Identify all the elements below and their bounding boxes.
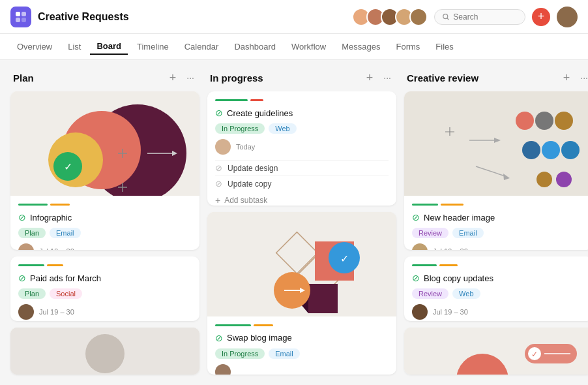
subtask-update-copy-label: Update copy (228, 179, 271, 189)
tab-overview[interactable]: Overview (10, 39, 59, 54)
svg-text:✓: ✓ (531, 350, 538, 359)
card-header-image: ⊘ New header image Review Email Jul 19 –… (404, 91, 588, 250)
progress-bar-orange (441, 204, 463, 206)
tag-social[interactable]: Social (50, 288, 82, 299)
subtask-update-copy: ⊘ Update copy (215, 176, 389, 191)
svg-point-35 (522, 141, 540, 159)
card-header-image-tags: Review Email (412, 228, 585, 238)
team-avatars[interactable] (352, 8, 428, 26)
card-header-image-footer: Jul 19 – 30 (412, 243, 585, 250)
column-review-header: Creative review + ··· (404, 70, 588, 85)
card-swap-blog-image: ✓ (207, 212, 396, 316)
tag-email[interactable]: Email (452, 228, 484, 238)
card-guidelines: ⊘ Create guidelines In Progress Web Toda… (207, 91, 396, 206)
tab-list[interactable]: List (61, 39, 87, 54)
svg-point-37 (561, 141, 580, 159)
column-plan-add[interactable]: + (167, 70, 179, 85)
svg-line-5 (447, 18, 449, 20)
avatar-5[interactable] (409, 8, 428, 26)
subtask-check-icon-2: ⊘ (215, 179, 222, 189)
card-swap-blog-footer (215, 364, 389, 375)
card-blog-copy-date: Jul 19 – 30 (433, 308, 468, 316)
card-blog-copy-footer: Jul 19 – 30 (412, 304, 585, 320)
progress-bar-green (215, 324, 251, 326)
app-header: Creative Requests + (0, 0, 588, 34)
column-inprogress-menu[interactable]: ··· (381, 72, 394, 84)
tag-email[interactable]: Email (269, 348, 300, 359)
check-icon: ⊘ (215, 108, 223, 118)
svg-point-4 (443, 14, 448, 18)
card-infographic-title: ⊘ Infographic (18, 212, 192, 223)
progress-bar-orange (50, 204, 70, 206)
card-guidelines-tags: In Progress Web (215, 123, 389, 134)
column-review-menu[interactable]: ··· (578, 72, 588, 84)
card-guidelines-date: Today (236, 143, 255, 151)
footer-avatar (215, 364, 231, 375)
shapes-svg: ✓ (207, 212, 396, 316)
card-blog-copy: ⊘ Blog copy updates Review Web Jul 19 – … (404, 256, 588, 321)
tag-inprogress[interactable]: In Progress (215, 348, 265, 359)
check-icon: ⊘ (18, 212, 26, 223)
tab-board[interactable]: Board (90, 38, 128, 55)
svg-point-36 (542, 141, 560, 159)
svg-marker-24 (308, 284, 338, 313)
add-subtask-icon: + (215, 195, 220, 206)
column-plan-menu[interactable]: ··· (184, 72, 197, 84)
add-button[interactable]: + (532, 8, 550, 26)
tab-forms[interactable]: Forms (389, 39, 426, 54)
tab-calendar[interactable]: Calendar (178, 39, 226, 54)
tab-messages[interactable]: Messages (335, 39, 387, 54)
card-paid-ads-body: ⊘ Paid ads for March Plan Social Jul 19 … (10, 256, 199, 321)
svg-rect-1 (22, 12, 26, 16)
tag-email[interactable]: Email (50, 228, 81, 238)
footer-avatar (18, 304, 34, 320)
column-inprogress: In progress + ··· ⊘ Create guidelines In… (207, 70, 396, 375)
dots-svg (404, 91, 588, 196)
search-icon (443, 13, 449, 21)
card-header-image-body: ⊘ New header image Review Email Jul 19 –… (404, 196, 588, 250)
footer-avatar (18, 243, 34, 250)
card-swap-blog-progress (215, 324, 389, 326)
search-box[interactable] (434, 9, 525, 25)
tab-workflow[interactable]: Workflow (285, 39, 332, 54)
svg-point-19 (85, 334, 125, 373)
user-avatar[interactable] (557, 7, 578, 27)
tag-web[interactable]: Web (269, 123, 296, 134)
app-icon (10, 7, 31, 27)
tag-inprogress[interactable]: In Progress (215, 123, 265, 134)
footer-avatar (215, 139, 231, 155)
card-header-image-progress (412, 204, 585, 206)
column-review-actions: + ··· (561, 70, 588, 85)
tag-plan[interactable]: Plan (18, 228, 46, 238)
svg-text:✓: ✓ (64, 161, 72, 172)
column-inprogress-add[interactable]: + (364, 70, 376, 85)
add-subtask-btn[interactable]: + Add subtask (215, 191, 389, 206)
subtask-check-icon: ⊘ (215, 163, 222, 173)
svg-rect-0 (16, 12, 20, 16)
check-icon: ⊘ (412, 273, 420, 283)
tag-review[interactable]: Review (412, 228, 448, 238)
check-icon: ⊘ (18, 273, 26, 283)
card-blog-copy-title: ⊘ Blog copy updates (412, 273, 585, 283)
progress-bar-green (18, 264, 44, 266)
svg-point-38 (537, 172, 552, 187)
card-sphere (10, 328, 199, 375)
add-subtask-label: Add subtask (224, 196, 267, 205)
card-circle-oval-image: ✓ (404, 328, 588, 375)
card-swap-blog-tags: In Progress Email (215, 348, 389, 359)
card-paid-ads: ⊘ Paid ads for March Plan Social Jul 19 … (10, 256, 199, 321)
subtask-update-design-label: Update design (228, 164, 278, 173)
tag-review[interactable]: Review (412, 288, 448, 299)
card-paid-ads-tags: Plan Social (18, 288, 192, 299)
tab-timeline[interactable]: Timeline (130, 39, 175, 54)
column-review-add[interactable]: + (561, 70, 573, 85)
card-guidelines-title: ⊘ Create guidelines (215, 108, 389, 118)
sphere-svg (10, 328, 199, 375)
app-title: Creative Requests (38, 11, 352, 23)
column-plan-title: Plan (13, 72, 34, 84)
tag-plan[interactable]: Plan (18, 288, 46, 299)
tag-web[interactable]: Web (452, 288, 480, 299)
search-input[interactable] (453, 12, 517, 22)
tab-dashboard[interactable]: Dashboard (228, 39, 282, 54)
tab-files[interactable]: Files (429, 39, 460, 54)
